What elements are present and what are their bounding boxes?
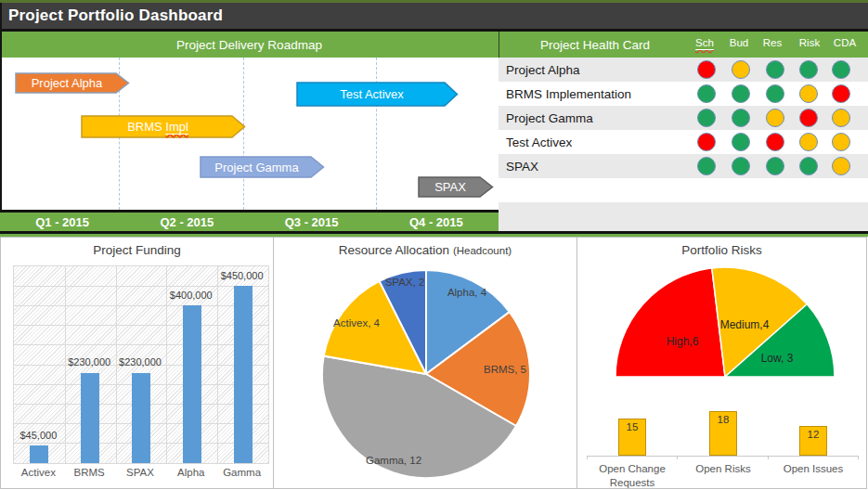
pie-label-spax: SPAX, 2 xyxy=(385,277,425,288)
status-dot-green xyxy=(832,60,850,79)
resource-chart-title: Resource Allocation xyxy=(339,243,449,257)
project-name: BRMS Implementation xyxy=(506,87,631,101)
status-dot-green xyxy=(766,157,784,175)
mini-bar-category: Open Change Requests xyxy=(581,462,683,490)
pie-label-gamma: Gamma, 12 xyxy=(366,455,421,466)
status-dot-green xyxy=(799,60,818,79)
gauge-label-high: High,6 xyxy=(667,335,699,348)
resource-chart-title-suffix: (Headcount) xyxy=(453,245,512,256)
dashboard: Project Portfolio Dashboard Project Deli… xyxy=(0,0,868,490)
quarter-label: Q2 - 2015 xyxy=(124,215,249,229)
health-row-test-activex: Test Activex xyxy=(499,130,868,154)
status-dot-green xyxy=(732,84,750,103)
funding-value-label: $45,000 xyxy=(5,430,71,441)
roadmap-header: Project Delivery Roadmap xyxy=(0,32,499,58)
health-row-empty xyxy=(499,178,868,202)
status-dot-green xyxy=(766,60,784,79)
funding-category-label: SPAX xyxy=(114,467,166,478)
risks-panel: Portfolio Risks High,6Medium,4Low, 3 15O… xyxy=(577,237,867,489)
health-column-risk: Risk xyxy=(791,37,828,48)
funding-category-label: Activex xyxy=(12,467,64,478)
project-name: Project Gamma xyxy=(506,111,593,125)
mini-bar-value: 12 xyxy=(790,429,836,440)
roadmap-bar-spax: SPAX xyxy=(418,176,494,198)
status-dot-green xyxy=(697,157,716,175)
health-card-body: Project AlphaBRMS ImplementationProject … xyxy=(499,58,868,231)
gauge-svg xyxy=(577,238,866,386)
quarter-label: Q4 - 2015 xyxy=(374,215,499,229)
funding-value-label: $450,000 xyxy=(209,270,276,281)
title-bar: Project Portfolio Dashboard xyxy=(0,3,868,29)
funding-category-label: BRMS xyxy=(63,467,115,478)
mini-axis-line xyxy=(587,456,858,457)
status-dot-amber xyxy=(832,109,850,127)
health-card-header: Project Health Card SchBudResRiskCDA xyxy=(499,32,868,58)
quarter-gridline xyxy=(376,58,377,210)
roadmap-bar-label: BRMS Impl xyxy=(81,115,235,138)
status-dot-green xyxy=(697,109,716,127)
health-column-bud: Bud xyxy=(720,37,758,48)
mini-bar-category: Open Risks xyxy=(672,462,774,476)
mini-bar-chart: 15Open Change Requests18Open Risks12Open… xyxy=(577,386,866,488)
pie-label-brms: BRMS, 5 xyxy=(484,364,526,375)
roadmap-canvas: Project AlphaBRMS ImplProject GammaTest … xyxy=(0,58,499,210)
mini-bar-value: 18 xyxy=(700,414,746,425)
project-name: Test Activex xyxy=(506,135,572,149)
status-dot-red xyxy=(697,60,716,79)
roadmap-title: Project Delivery Roadmap xyxy=(176,38,322,52)
funding-category-label: Alpha xyxy=(165,467,217,478)
status-dot-green xyxy=(732,133,750,151)
roadmap-bar-label: Project Alpha xyxy=(15,72,119,94)
status-dot-amber xyxy=(832,133,850,151)
health-card-columns: SchBudResRiskCDA xyxy=(499,32,868,58)
project-name: Project Alpha xyxy=(506,63,580,77)
roadmap-bar-label: Test Activex xyxy=(296,82,447,107)
status-dot-amber xyxy=(732,60,750,79)
mini-axis-tick xyxy=(677,456,678,459)
status-dot-amber xyxy=(832,157,850,175)
status-dot-green xyxy=(766,84,784,103)
quarter-label: Q3 - 2015 xyxy=(250,215,374,229)
resource-panel: Resource Allocation (Headcount) Alpha, 4… xyxy=(273,237,577,489)
health-row-project-gamma: Project Gamma xyxy=(499,106,868,130)
funding-category-label: Gamma xyxy=(216,467,268,478)
pie-container: Alpha, 4BRMS, 5Gamma, 12Activex, 4SPAX, … xyxy=(274,238,577,488)
mini-axis-tick xyxy=(768,456,769,459)
health-row-project-alpha: Project Alpha xyxy=(499,58,868,82)
health-row-brms-implementation: BRMS Implementation xyxy=(499,82,868,106)
roadmap-bar-label: Project Gamma xyxy=(200,156,314,178)
health-column-res: Res xyxy=(754,37,791,48)
mini-bar-category: Open Issues xyxy=(762,462,864,476)
gauge-slice-high xyxy=(615,268,725,377)
status-dot-green xyxy=(697,84,716,103)
roadmap-bar-project-gamma: Project Gamma xyxy=(200,156,325,178)
project-name: SPAX xyxy=(506,160,538,174)
quarter-label: Q1 - 2015 xyxy=(0,215,124,229)
status-dot-amber xyxy=(799,133,818,151)
left-border-line xyxy=(0,3,2,58)
health-column-sch: Sch xyxy=(686,37,723,48)
gauge-label-medium: Medium,4 xyxy=(720,318,770,331)
status-dot-green xyxy=(732,157,750,175)
funding-value-label: $230,000 xyxy=(107,356,174,368)
roadmap-bar-test-activex: Test Activex xyxy=(296,82,459,107)
roadmap-bar-label: SPAX xyxy=(418,176,483,198)
status-dot-amber xyxy=(766,109,784,127)
funding-panel: Project Funding $45,000Activex$230,000BR… xyxy=(0,237,274,489)
mini-bar-value: 15 xyxy=(609,421,655,432)
pie-label-alpha: Alpha, 4 xyxy=(447,287,486,298)
status-dot-red xyxy=(799,109,818,127)
mini-axis-tick xyxy=(587,456,588,459)
gauge-container: High,6Medium,4Low, 3 xyxy=(577,238,866,386)
status-dot-amber xyxy=(799,84,818,103)
quarter-bar: Q1 - 2015Q2 - 2015Q3 - 2015Q4 - 2015 xyxy=(0,213,499,231)
funding-overlay: $45,000Activex$230,000BRMS$230,000SPAX$4… xyxy=(1,238,273,488)
pie-svg xyxy=(274,238,577,488)
status-dot-green xyxy=(732,109,750,127)
status-dot-red xyxy=(697,133,716,151)
funding-value-label: $400,000 xyxy=(158,290,225,301)
page-title: Project Portfolio Dashboard xyxy=(0,6,223,25)
roadmap-bar-brms-impl: BRMS Impl xyxy=(81,115,246,138)
status-dot-green xyxy=(799,157,818,175)
resource-chart-title-wrap: Resource Allocation (Headcount) xyxy=(274,243,577,257)
